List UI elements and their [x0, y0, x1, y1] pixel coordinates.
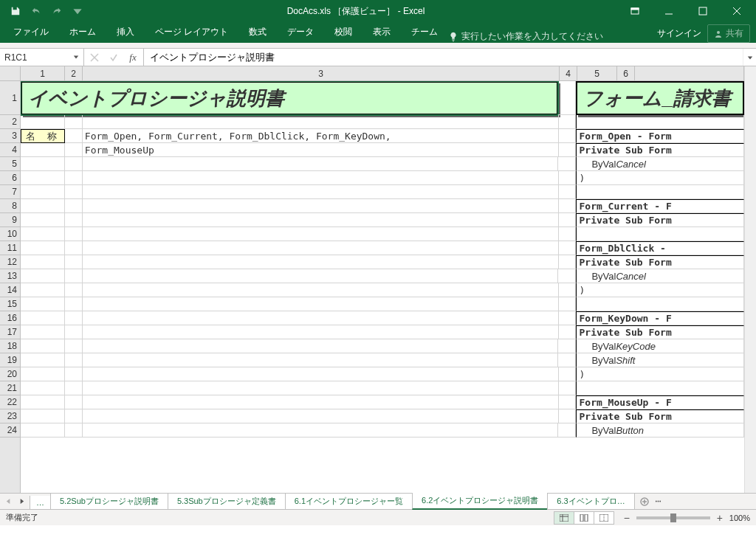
cell[interactable]: [83, 297, 559, 311]
cell[interactable]: ): [576, 171, 744, 185]
col-header-6[interactable]: 6: [617, 66, 635, 80]
tab-review[interactable]: 校閲: [324, 21, 362, 43]
cell[interactable]: [65, 227, 83, 241]
cell[interactable]: [558, 269, 576, 283]
row-header-1[interactable]: 1: [0, 81, 20, 115]
sheet-tab-4[interactable]: 6.2イベントプロシージャ説明書: [412, 493, 548, 510]
cell[interactable]: [83, 227, 559, 241]
cell[interactable]: [21, 395, 65, 409]
cell[interactable]: [21, 423, 65, 437]
cell[interactable]: [65, 395, 83, 409]
cell[interactable]: [83, 269, 559, 283]
cell[interactable]: [558, 157, 576, 171]
name-box[interactable]: R1C1: [0, 49, 84, 66]
cell[interactable]: ByVal Cancel: [576, 157, 744, 171]
cell[interactable]: [65, 339, 83, 353]
cell[interactable]: [21, 283, 65, 297]
cell[interactable]: [65, 199, 83, 213]
cell[interactable]: [83, 255, 559, 269]
view-page-layout-icon[interactable]: [574, 511, 594, 525]
cell[interactable]: [559, 367, 577, 381]
cell[interactable]: [65, 213, 83, 227]
tab-view[interactable]: 表示: [362, 21, 401, 43]
cell[interactable]: [65, 129, 83, 143]
col-header-2[interactable]: 2: [65, 66, 83, 80]
cell[interactable]: Private Sub Form: [576, 325, 744, 339]
cell[interactable]: Private Sub Form: [576, 255, 744, 269]
close-icon[interactable]: [721, 1, 753, 21]
zoom-in-button[interactable]: +: [715, 513, 725, 523]
cell[interactable]: [21, 381, 65, 395]
cell[interactable]: [21, 171, 65, 185]
cell[interactable]: [558, 423, 576, 437]
select-all-triangle[interactable]: [0, 66, 21, 81]
cell[interactable]: [21, 311, 65, 325]
title-main-cell[interactable]: イベントプロシージャ説明書: [21, 81, 558, 115]
formula-expand-icon[interactable]: [743, 49, 756, 66]
cell[interactable]: [559, 185, 577, 199]
cell[interactable]: [21, 325, 65, 339]
col-header-5[interactable]: 5: [577, 66, 617, 80]
redo-icon[interactable]: [47, 2, 66, 20]
cell[interactable]: [21, 353, 65, 367]
row-header-21[interactable]: 21: [0, 381, 20, 395]
cell[interactable]: [21, 241, 65, 255]
tab-formulas[interactable]: 数式: [238, 21, 277, 43]
cell[interactable]: [559, 213, 577, 227]
cell[interactable]: [559, 311, 577, 325]
cell[interactable]: [65, 325, 83, 339]
cell[interactable]: [83, 115, 559, 129]
cell[interactable]: [65, 185, 83, 199]
row-header-2[interactable]: 2: [0, 115, 20, 129]
save-icon[interactable]: [6, 2, 25, 20]
row-header-17[interactable]: 17: [0, 325, 20, 339]
zoom-value[interactable]: 100%: [729, 513, 750, 522]
cell[interactable]: [559, 325, 577, 339]
cell-grid[interactable]: イベントプロシージャ説明書フォーム_請求書名 称Form_Open, Form_…: [21, 81, 744, 493]
cell[interactable]: [576, 297, 744, 311]
sheet-nav-prev-icon[interactable]: [3, 497, 13, 507]
cell[interactable]: [83, 185, 559, 199]
tab-page-layout[interactable]: ページ レイアウト: [145, 21, 238, 43]
cell[interactable]: [576, 185, 744, 199]
cell[interactable]: [559, 395, 577, 409]
cell[interactable]: [65, 143, 83, 157]
sheet-tab-5[interactable]: 6.3イベントプロ…: [547, 494, 634, 510]
row-header-10[interactable]: 10: [0, 227, 20, 241]
cell[interactable]: [83, 241, 559, 255]
sheet-tab-2[interactable]: 5.3Subプロシージャ定義書: [168, 494, 286, 510]
cell[interactable]: [21, 143, 65, 157]
ribbon-display-icon[interactable]: [619, 1, 651, 21]
cell[interactable]: [559, 241, 577, 255]
col-header-rest[interactable]: [635, 66, 744, 80]
formula-input[interactable]: [144, 49, 743, 66]
view-page-break-icon[interactable]: [594, 511, 614, 525]
cell[interactable]: [21, 339, 65, 353]
cell[interactable]: [65, 241, 83, 255]
cell[interactable]: [65, 367, 83, 381]
title-right-cell[interactable]: フォーム_請求書: [576, 81, 744, 115]
cell[interactable]: [65, 115, 83, 129]
cell[interactable]: [559, 115, 577, 129]
sheet-menu-icon[interactable]: [653, 497, 664, 507]
cell[interactable]: [559, 129, 577, 143]
tab-data[interactable]: データ: [277, 21, 324, 43]
cell[interactable]: [21, 409, 65, 423]
view-normal-icon[interactable]: [554, 511, 574, 525]
col-header-1[interactable]: 1: [21, 66, 65, 80]
cell[interactable]: [65, 353, 83, 367]
col-header-4[interactable]: 4: [560, 66, 577, 80]
cell[interactable]: [559, 143, 577, 157]
cell[interactable]: [21, 157, 65, 171]
cell[interactable]: ByVal KeyCode: [576, 339, 744, 353]
row-header-4[interactable]: 4: [0, 143, 20, 157]
cell[interactable]: [21, 199, 65, 213]
cell[interactable]: [65, 297, 83, 311]
cell[interactable]: [21, 367, 65, 381]
zoom-out-button[interactable]: −: [622, 513, 632, 523]
row-header-5[interactable]: 5: [0, 157, 20, 171]
cell[interactable]: [83, 283, 559, 297]
row-header-6[interactable]: 6: [0, 171, 20, 185]
cell[interactable]: [65, 269, 83, 283]
tell-me-search[interactable]: 実行したい作業を入力してください: [448, 30, 603, 43]
